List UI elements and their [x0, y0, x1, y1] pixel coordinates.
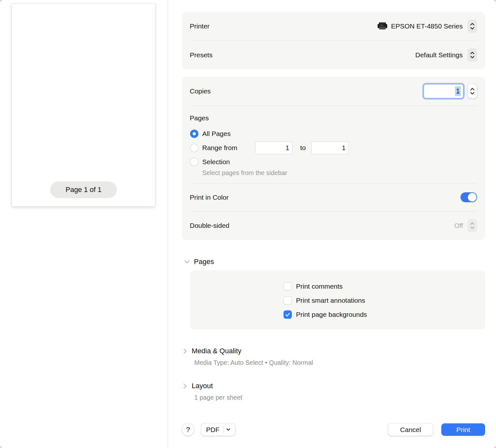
toggle-knob	[468, 193, 476, 202]
print-comments-option[interactable]: Print comments	[284, 282, 367, 291]
range-radio[interactable]	[190, 144, 198, 152]
all-pages-label: All Pages	[202, 130, 231, 138]
print-button[interactable]: Print	[441, 423, 485, 436]
chevron-up-icon	[470, 52, 475, 54]
pages-section-title: Pages	[194, 258, 214, 266]
cancel-button[interactable]: Cancel	[388, 423, 433, 436]
cancel-label: Cancel	[400, 426, 421, 434]
range-to-word: to	[300, 144, 306, 152]
range-to-value: 1	[342, 144, 346, 152]
print-page-backgrounds-checkbox[interactable]	[284, 310, 292, 319]
media-quality-summary: Media Type: Auto Select • Quality: Norma…	[194, 359, 313, 366]
printer-value: EPSON ET-4850 Series	[391, 22, 463, 30]
pdf-label: PDF	[206, 426, 220, 434]
printer-popup-button[interactable]	[468, 20, 477, 33]
print-smart-annotations-option[interactable]: Print smart annotations	[284, 296, 367, 305]
chevron-down-icon	[470, 27, 475, 30]
divider	[223, 426, 223, 433]
pages-group-label: Pages	[190, 114, 209, 122]
copies-label: Copies	[190, 87, 211, 95]
range-to-input[interactable]: 1	[311, 141, 349, 154]
chevron-down-icon	[470, 226, 475, 229]
range-option[interactable]: Range from 1 to 1	[182, 141, 485, 154]
double-sided-label: Double-sided	[190, 222, 229, 229]
double-sided-popup-button	[468, 219, 477, 232]
print-smart-annotations-checkbox[interactable]	[284, 296, 292, 305]
range-label: Range from	[202, 144, 237, 152]
chevron-down-icon	[470, 56, 475, 59]
double-sided-row: Double-sided Off	[182, 211, 485, 240]
print-comments-label: Print comments	[296, 283, 343, 290]
presets-popup-button[interactable]	[468, 48, 477, 62]
print-in-color-label: Print in Color	[190, 194, 228, 201]
chevron-right-icon	[183, 348, 187, 354]
chevron-up-icon	[470, 222, 475, 225]
checkmark-icon	[285, 313, 290, 317]
print-dialog: Page 1 of 1 Printer EPSON ET-4850 Series	[0, 0, 496, 448]
pdf-menu-button[interactable]: PDF	[201, 423, 235, 436]
help-button[interactable]: ?	[182, 423, 194, 436]
divider	[190, 106, 477, 106]
layout-summary: 1 page per sheet	[194, 394, 242, 401]
print-in-color-toggle[interactable]	[460, 192, 477, 202]
preview-panel: Page 1 of 1	[0, 0, 168, 448]
pages-section-header[interactable]: Pages	[184, 256, 214, 267]
printer-label: Printer	[190, 22, 210, 30]
all-pages-option[interactable]: All Pages	[182, 127, 485, 140]
print-page-backgrounds-option[interactable]: Print page backgrounds	[284, 310, 367, 319]
chevron-down-icon	[226, 428, 230, 431]
all-pages-radio[interactable]	[190, 130, 198, 138]
checkbox-list: Print comments Print smart annotations P…	[284, 282, 367, 319]
page-preview: Page 1 of 1	[12, 4, 155, 206]
double-sided-value: Off	[454, 222, 463, 229]
page-indicator-pill: Page 1 of 1	[50, 181, 117, 198]
layout-title: Layout	[192, 382, 213, 390]
range-from-value: 1	[285, 144, 289, 152]
selection-hint: Select pages from the sidebar	[202, 169, 287, 177]
printer-presets-card: Printer EPSON ET-4850 Series Presets Def…	[182, 12, 485, 69]
printer-icon	[377, 22, 388, 30]
chevron-down-icon	[184, 260, 190, 264]
chevron-up-icon	[470, 88, 475, 91]
presets-label: Presets	[190, 51, 212, 59]
print-smart-annotations-label: Print smart annotations	[296, 297, 365, 304]
presets-row: Presets Default Settings	[182, 41, 485, 69]
media-quality-title: Media & Quality	[192, 347, 241, 355]
presets-value: Default Settings	[415, 51, 463, 59]
copies-row: Copies 1	[182, 77, 485, 106]
printer-row: Printer EPSON ET-4850 Series	[182, 12, 485, 40]
chevron-right-icon	[183, 383, 187, 389]
layout-section-header[interactable]: Layout	[183, 381, 213, 390]
copies-value: 1	[455, 86, 461, 96]
print-in-color-row: Print in Color	[182, 183, 485, 211]
range-from-input[interactable]: 1	[255, 141, 292, 154]
print-page-backgrounds-label: Print page backgrounds	[296, 311, 367, 318]
selection-label: Selection	[202, 158, 230, 166]
copies-pages-card: Copies 1 Pages All Pages Range from 1 to	[182, 77, 485, 240]
chevron-down-icon	[470, 92, 475, 95]
copies-stepper[interactable]	[468, 84, 477, 99]
page-indicator-text: Page 1 of 1	[66, 186, 102, 194]
copies-input[interactable]: 1	[424, 84, 463, 98]
print-label: Print	[456, 426, 470, 434]
selection-option[interactable]: Selection	[182, 156, 485, 168]
media-quality-section-header[interactable]: Media & Quality	[183, 347, 241, 356]
chevron-up-icon	[470, 23, 475, 26]
print-comments-checkbox[interactable]	[284, 282, 292, 291]
help-label: ?	[186, 426, 190, 434]
pages-options-card: Print comments Print smart annotations P…	[190, 270, 485, 330]
selection-radio[interactable]	[190, 158, 198, 166]
